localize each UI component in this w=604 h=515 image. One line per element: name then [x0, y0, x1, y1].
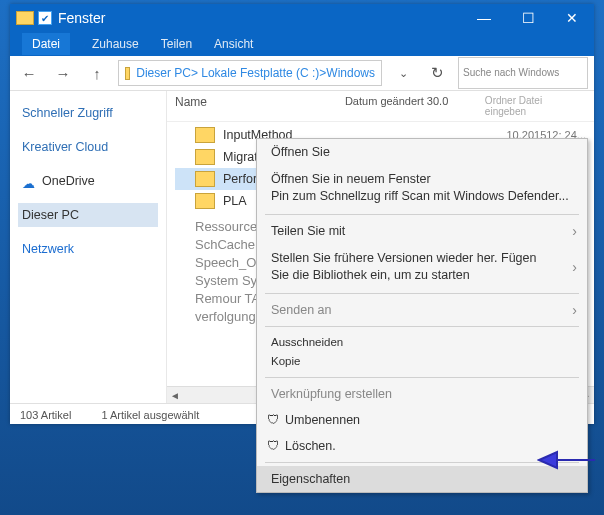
sidebar-item-network[interactable]: Netzwerk [18, 237, 158, 261]
status-count: 103 Artikel [20, 409, 71, 421]
ribbon-tabs: Datei Zuhause Teilen Ansicht [10, 32, 594, 56]
folder-icon [125, 67, 130, 80]
ctx-delete[interactable]: 🛡Löschen. [257, 433, 587, 459]
window-title: Fenster [58, 10, 105, 26]
ctx-open-new-window[interactable]: Öffnen Sie in neuem Fenster Pin zum Schn… [257, 165, 587, 211]
separator [265, 293, 579, 294]
breadcrumb-text: Dieser PC> Lokale Festplatte (C :)>Windo… [136, 66, 375, 80]
back-button[interactable]: ← [16, 60, 42, 86]
ctx-share-with[interactable]: Teilen Sie mit› [257, 218, 587, 244]
sidebar-item-onedrive[interactable]: ☁ OneDrive [18, 169, 158, 193]
tab-share[interactable]: Teilen [161, 37, 192, 51]
chevron-right-icon: › [572, 223, 577, 239]
separator [265, 377, 579, 378]
shield-icon: 🛡 [267, 439, 281, 453]
chevron-right-icon: › [572, 302, 577, 318]
sidebar-item-thispc[interactable]: Dieser PC [18, 203, 158, 227]
col-name[interactable]: Name [175, 95, 345, 117]
ctx-open[interactable]: Öffnen Sie [257, 139, 587, 165]
col-date[interactable]: Datum geändert 30.0 [345, 95, 485, 117]
folder-icon [195, 149, 215, 165]
status-selected: 1 Artikel ausgewählt [101, 409, 199, 421]
ctx-cut[interactable]: Ausschneiden [257, 330, 587, 355]
sidebar-item-creativecloud[interactable]: Kreativer Cloud [18, 135, 158, 159]
navbar: ← → ↑ Dieser PC> Lokale Festplatte (C :)… [10, 56, 594, 91]
up-button[interactable]: ↑ [84, 60, 110, 86]
sidebar: Schneller Zugriff Kreativer Cloud ☁ OneD… [10, 91, 167, 403]
search-input[interactable]: Suche nach Windows [458, 57, 588, 89]
col-type[interactable]: Ordner Datei eingeben [485, 95, 586, 117]
separator [265, 214, 579, 215]
breadcrumb[interactable]: Dieser PC> Lokale Festplatte (C :)>Windo… [118, 60, 382, 86]
minimize-button[interactable]: — [462, 4, 506, 32]
breadcrumb-dropdown[interactable]: ⌄ [390, 60, 416, 86]
folder-icon [195, 171, 215, 187]
separator [265, 462, 579, 463]
chevron-right-icon: › [572, 259, 577, 276]
ctx-copy[interactable]: Kopie [257, 355, 587, 374]
sidebar-item-quickaccess[interactable]: Schneller Zugriff [18, 101, 158, 125]
checked-icon: ✔ [38, 11, 52, 25]
ctx-send-to[interactable]: Senden an› [257, 297, 587, 323]
ctx-properties[interactable]: Eigenschaften [257, 466, 587, 492]
forward-button[interactable]: → [50, 60, 76, 86]
ctx-restore-versions[interactable]: Stellen Sie frühere Versionen wieder her… [257, 244, 587, 290]
context-menu: Öffnen Sie Öffnen Sie in neuem Fenster P… [256, 138, 588, 493]
tab-home[interactable]: Zuhause [92, 37, 139, 51]
scroll-left-icon[interactable]: ◄ [167, 390, 183, 401]
separator [265, 326, 579, 327]
ctx-create-shortcut[interactable]: Verknüpfung erstellen [257, 381, 587, 407]
shield-icon: 🛡 [267, 413, 281, 427]
ctx-rename[interactable]: 🛡Umbenennen [257, 407, 587, 433]
maximize-button[interactable]: ☐ [506, 4, 550, 32]
folder-icon [195, 193, 215, 209]
titlebar[interactable]: ✔ Fenster — ☐ ✕ [10, 4, 594, 32]
close-button[interactable]: ✕ [550, 4, 594, 32]
search-placeholder: Suche nach Windows [463, 67, 559, 79]
cloud-icon: ☁ [22, 176, 36, 187]
folder-icon [16, 11, 34, 25]
refresh-button[interactable]: ↻ [424, 60, 450, 86]
column-headers[interactable]: Name Datum geändert 30.0 Ordner Datei ei… [167, 91, 594, 122]
tab-view[interactable]: Ansicht [214, 37, 253, 51]
folder-icon [195, 127, 215, 143]
tab-file[interactable]: Datei [22, 33, 70, 55]
